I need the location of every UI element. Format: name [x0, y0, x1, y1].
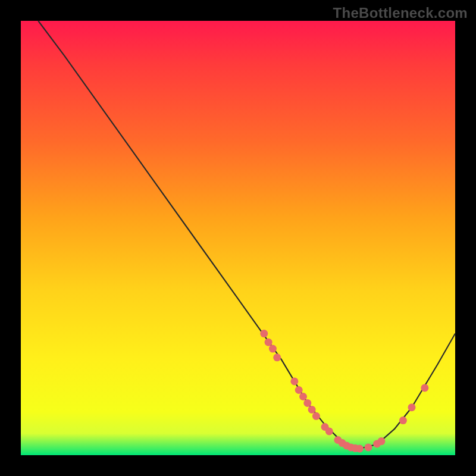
data-point: [269, 345, 277, 353]
data-point: [408, 403, 416, 411]
data-points: [260, 330, 428, 452]
chart-stage: TheBottleneck.com: [0, 0, 476, 476]
data-point: [325, 427, 333, 435]
data-point: [308, 406, 316, 414]
data-point: [421, 384, 428, 392]
data-point: [399, 416, 407, 424]
watermark-text: TheBottleneck.com: [333, 5, 468, 21]
data-point: [273, 353, 281, 361]
data-point: [260, 330, 268, 337]
plot-area: [21, 21, 455, 455]
data-point: [365, 443, 372, 451]
data-point: [265, 339, 273, 346]
data-point: [377, 437, 385, 445]
data-point: [312, 412, 320, 420]
data-point: [295, 386, 303, 394]
data-point: [290, 377, 298, 385]
data-point: [356, 445, 364, 453]
chart-svg: [21, 21, 455, 455]
bottleneck-curve: [38, 21, 455, 449]
data-point: [299, 393, 307, 400]
data-point: [303, 399, 311, 407]
